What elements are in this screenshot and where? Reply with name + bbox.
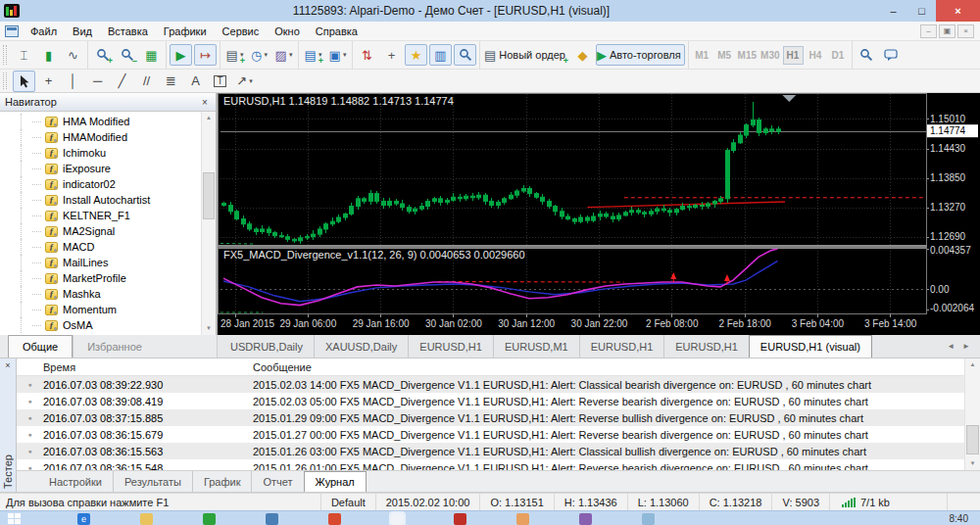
scroll-down-icon[interactable]: ▼ — [202, 322, 216, 335]
new-order-button[interactable]: ▤+Новый ордер — [483, 44, 569, 66]
metaeditor-button[interactable]: ◆ — [571, 44, 594, 66]
navigator-close-icon[interactable]: × — [199, 97, 211, 108]
terminal-button[interactable]: ▥ — [429, 44, 452, 66]
cursor-tool[interactable] — [13, 71, 35, 92]
chart-template-button[interactable]: ▨▾ — [272, 44, 295, 66]
timeframe-H4-button[interactable]: H4 — [806, 46, 826, 65]
chart-windows-button[interactable]: ▣▾ — [326, 44, 349, 66]
tester-tab[interactable]: Отчет — [251, 471, 303, 492]
chart-tab[interactable]: XAUUSD,Daily — [314, 335, 408, 358]
scrollbar-thumb[interactable] — [203, 172, 215, 219]
data-window-button[interactable]: + — [380, 44, 403, 66]
menu-item[interactable]: Справка — [308, 23, 366, 40]
maximize-button[interactable]: □ — [907, 0, 936, 22]
bar-chart-button[interactable]: ⌶ — [13, 44, 35, 66]
navigator-item[interactable]: ƒ HMA Modified — [0, 114, 216, 129]
taskbar-browser-icon[interactable]: e — [77, 513, 90, 525]
chart-area[interactable]: 28 Jan 201529 Jan 06:0029 Jan 16:0030 Ja… — [218, 93, 980, 335]
timeframe-M1-button[interactable]: M1 — [692, 46, 712, 65]
journal-row[interactable]: ● 2016.07.03 08:36:15.563 2015.01.26 03:… — [17, 443, 964, 459]
navigator-item[interactable]: ƒ Install Autochartist — [0, 192, 216, 208]
chart-shift-button[interactable]: ↦ — [194, 44, 217, 66]
close-button[interactable]: × — [936, 0, 980, 22]
navigator-button[interactable]: ★ — [405, 44, 427, 66]
taskbar-app-pen-icon[interactable] — [642, 513, 655, 525]
navigator-item[interactable]: ƒ HMAModified — [0, 129, 216, 145]
taskbar-app-darkred-icon[interactable] — [454, 513, 466, 525]
menu-item[interactable]: Вид — [65, 23, 100, 40]
vertical-line-tool[interactable]: │ — [62, 71, 84, 92]
menu-item[interactable]: Окно — [267, 23, 308, 40]
auto-scroll-button[interactable]: ▶ — [170, 44, 192, 66]
timeframe-M15-button[interactable]: M15 — [737, 46, 758, 65]
taskbar-folder-icon[interactable] — [140, 513, 153, 525]
chart-tab[interactable]: EURUSD,H1 (visual) — [749, 335, 872, 358]
navigator-item[interactable]: ƒ indicator02 — [0, 176, 216, 192]
candlestick-chart-button[interactable]: ▮ — [37, 44, 60, 66]
chart-tab[interactable]: EURUSD,H1 — [408, 335, 493, 358]
timeframe-M5-button[interactable]: M5 — [714, 46, 735, 65]
column-time[interactable]: Время — [17, 358, 253, 375]
menu-item[interactable]: Графики — [156, 23, 215, 40]
chart-tab[interactable]: EURUSD,M1 — [493, 335, 579, 358]
chart-tab[interactable]: EURUSD,H1 — [579, 335, 664, 358]
channel-tool[interactable]: // — [135, 71, 158, 92]
taskbar-app-orange-icon[interactable] — [516, 513, 529, 525]
navigator-item[interactable]: ƒ iExposure — [0, 161, 216, 176]
tabs-scroll-left-icon[interactable]: ◄ — [947, 342, 955, 351]
navigator-item[interactable]: ƒ Mashka — [0, 286, 216, 302]
auto-trading-button[interactable]: ▶Авто-торговля — [596, 44, 685, 66]
label-tool[interactable]: T — [209, 71, 231, 92]
market-watch-button[interactable]: ⇅ — [356, 44, 378, 66]
menu-item[interactable]: Файл — [23, 23, 65, 40]
start-button[interactable] — [8, 513, 22, 525]
taskbar-app-bars-icon[interactable] — [579, 513, 592, 525]
chart-tab[interactable]: EURUSD,H1 — [663, 335, 749, 358]
tester-tab[interactable]: Настройки — [38, 471, 113, 492]
navigator-item[interactable]: ƒ MA2Signal — [0, 223, 216, 239]
minimize-button[interactable]: – — [879, 0, 907, 22]
journal-row[interactable]: ● 2016.07.03 08:36:15.548 2015.01.26 01:… — [17, 459, 964, 470]
toolbar-grip[interactable] — [3, 72, 7, 88]
timeframe-M30-button[interactable]: M30 — [760, 46, 780, 65]
taskbar-active-app-icon[interactable] — [391, 513, 404, 525]
scroll-up-icon[interactable]: ▲ — [965, 358, 980, 371]
text-tool[interactable]: A — [184, 71, 207, 92]
chat-button[interactable] — [880, 44, 903, 66]
timeframe-H1-button[interactable]: H1 — [783, 46, 804, 65]
zoom-in-button[interactable]: + — [91, 44, 114, 66]
chart-tab[interactable]: USDRUB,Daily — [220, 335, 314, 358]
journal-row[interactable]: ● 2016.07.03 08:37:15.885 2015.01.29 09:… — [17, 409, 964, 426]
navigator-item[interactable]: ƒ MACD — [0, 239, 216, 255]
shapes-tool[interactable]: ↗▾ — [233, 71, 256, 92]
fibonacci-tool[interactable]: ≣ — [160, 71, 182, 92]
strategy-tester-button[interactable] — [454, 44, 476, 66]
price-chart[interactable]: 28 Jan 201529 Jan 06:0029 Jan 16:0030 Ja… — [218, 93, 980, 335]
menu-item[interactable]: Вставка — [100, 23, 156, 40]
scroll-up-icon[interactable]: ▲ — [202, 112, 216, 124]
child-close-button[interactable]: × — [957, 24, 974, 38]
scroll-down-icon[interactable]: ▼ — [965, 457, 980, 470]
navigator-item[interactable]: ƒ Ichimoku — [0, 145, 216, 161]
zoom-out-button[interactable]: – — [116, 44, 138, 66]
taskbar-app-red-icon[interactable] — [328, 513, 341, 525]
scrollbar-thumb[interactable] — [966, 425, 979, 454]
line-chart-button[interactable]: ∿ — [62, 44, 84, 66]
navigator-item[interactable]: ƒ MailLines — [0, 255, 216, 270]
tester-tab[interactable]: График — [192, 471, 252, 492]
navigator-item[interactable]: ƒ KELTNER_F1 — [0, 208, 216, 223]
navigator-item[interactable]: ƒ MarketProfile — [0, 270, 216, 286]
toolbar-grip[interactable] — [3, 45, 7, 65]
tile-windows-button[interactable]: ▦ — [140, 44, 163, 66]
tester-tab[interactable]: Результаты — [113, 471, 192, 492]
child-minimize-button[interactable]: – — [920, 24, 937, 38]
column-message[interactable]: Сообщение — [253, 358, 964, 375]
horizontal-line-tool[interactable]: ─ — [86, 71, 109, 92]
navigator-tab[interactable]: Общие — [8, 335, 73, 358]
chart-period-button[interactable]: ◷▾ — [248, 44, 270, 66]
navigator-item[interactable]: ƒ Momentum — [0, 302, 216, 317]
new-chart-button[interactable]: ▤+▾ — [223, 44, 246, 66]
taskbar-app-green-icon[interactable] — [203, 513, 216, 525]
menu-item[interactable]: Сервис — [215, 23, 268, 40]
taskbar-app-blue-icon[interactable] — [266, 513, 278, 525]
